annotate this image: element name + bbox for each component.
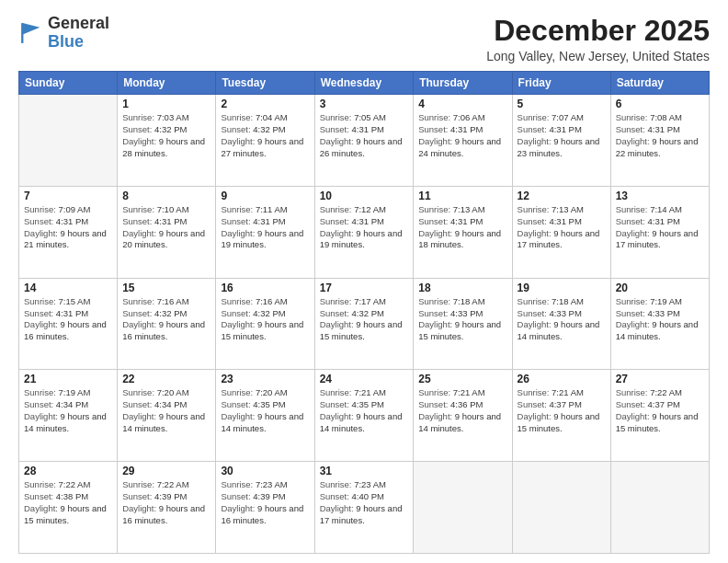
- day-number: 6: [616, 98, 704, 110]
- header-right: December 2025 Long Valley, New Jersey, U…: [486, 15, 710, 63]
- day-info: Sunrise: 7:12 AMSunset: 4:31 PMDaylight:…: [320, 204, 409, 251]
- day-info: Sunrise: 7:04 AMSunset: 4:32 PMDaylight:…: [221, 112, 309, 159]
- calendar-header-thursday: Thursday: [414, 72, 512, 95]
- logo-general-text: General: [48, 15, 109, 33]
- logo-blue-text: Blue: [48, 33, 109, 52]
- day-number: 29: [122, 465, 210, 477]
- calendar-cell: 8Sunrise: 7:10 AMSunset: 4:31 PMDaylight…: [118, 186, 216, 278]
- day-number: 10: [320, 190, 409, 202]
- calendar-header-friday: Friday: [512, 72, 610, 95]
- day-number: 31: [320, 465, 409, 477]
- day-info: Sunrise: 7:03 AMSunset: 4:32 PMDaylight:…: [122, 112, 210, 159]
- calendar-cell: 9Sunrise: 7:11 AMSunset: 4:31 PMDaylight…: [216, 186, 314, 278]
- day-info: Sunrise: 7:05 AMSunset: 4:31 PMDaylight:…: [320, 112, 409, 159]
- calendar-cell: 6Sunrise: 7:08 AMSunset: 4:31 PMDaylight…: [610, 95, 709, 187]
- svg-marker-1: [23, 23, 40, 34]
- day-info: Sunrise: 7:23 AMSunset: 4:39 PMDaylight:…: [221, 479, 309, 526]
- calendar-week-3: 14Sunrise: 7:15 AMSunset: 4:31 PMDayligh…: [19, 278, 710, 370]
- calendar-cell: 10Sunrise: 7:12 AMSunset: 4:31 PMDayligh…: [314, 186, 414, 278]
- day-info: Sunrise: 7:21 AMSunset: 4:37 PMDaylight:…: [518, 387, 606, 434]
- calendar-cell: 26Sunrise: 7:21 AMSunset: 4:37 PMDayligh…: [512, 370, 610, 462]
- day-number: 27: [616, 373, 704, 385]
- calendar-cell: 12Sunrise: 7:13 AMSunset: 4:31 PMDayligh…: [512, 186, 610, 278]
- day-number: 3: [320, 98, 409, 110]
- day-number: 9: [221, 190, 309, 202]
- day-number: 21: [24, 373, 112, 385]
- calendar-cell: 4Sunrise: 7:06 AMSunset: 4:31 PMDaylight…: [414, 95, 512, 187]
- calendar-cell: 22Sunrise: 7:20 AMSunset: 4:34 PMDayligh…: [118, 370, 216, 462]
- day-info: Sunrise: 7:22 AMSunset: 4:37 PMDaylight:…: [616, 387, 704, 434]
- day-number: 18: [418, 282, 506, 294]
- day-number: 13: [616, 190, 704, 202]
- calendar-cell: 1Sunrise: 7:03 AMSunset: 4:32 PMDaylight…: [118, 95, 216, 187]
- day-info: Sunrise: 7:22 AMSunset: 4:38 PMDaylight:…: [24, 479, 112, 526]
- day-number: 22: [122, 373, 210, 385]
- day-number: 2: [221, 98, 309, 110]
- logo: General Blue: [18, 15, 109, 52]
- header: General Blue December 2025 Long Valley, …: [18, 15, 710, 63]
- day-number: 7: [24, 190, 112, 202]
- day-number: 24: [320, 373, 409, 385]
- day-number: 8: [122, 190, 210, 202]
- calendar-week-2: 7Sunrise: 7:09 AMSunset: 4:31 PMDaylight…: [19, 186, 710, 278]
- day-info: Sunrise: 7:21 AMSunset: 4:36 PMDaylight:…: [418, 387, 506, 434]
- calendar-cell: [414, 462, 512, 554]
- day-info: Sunrise: 7:21 AMSunset: 4:35 PMDaylight:…: [320, 387, 409, 434]
- day-info: Sunrise: 7:19 AMSunset: 4:34 PMDaylight:…: [24, 387, 112, 434]
- calendar-cell: [512, 462, 610, 554]
- calendar-cell: 31Sunrise: 7:23 AMSunset: 4:40 PMDayligh…: [314, 462, 414, 554]
- calendar-cell: 29Sunrise: 7:22 AMSunset: 4:39 PMDayligh…: [118, 462, 216, 554]
- day-info: Sunrise: 7:14 AMSunset: 4:31 PMDaylight:…: [616, 204, 704, 251]
- day-number: 4: [418, 98, 506, 110]
- day-number: 30: [221, 465, 309, 477]
- day-number: 14: [24, 282, 112, 294]
- day-info: Sunrise: 7:09 AMSunset: 4:31 PMDaylight:…: [24, 204, 112, 251]
- calendar-cell: 24Sunrise: 7:21 AMSunset: 4:35 PMDayligh…: [314, 370, 414, 462]
- logo-text: General Blue: [48, 15, 109, 52]
- calendar-cell: 28Sunrise: 7:22 AMSunset: 4:38 PMDayligh…: [19, 462, 118, 554]
- calendar-cell: 7Sunrise: 7:09 AMSunset: 4:31 PMDaylight…: [19, 186, 118, 278]
- day-info: Sunrise: 7:18 AMSunset: 4:33 PMDaylight:…: [518, 296, 606, 343]
- day-number: 11: [418, 190, 506, 202]
- day-info: Sunrise: 7:20 AMSunset: 4:34 PMDaylight:…: [122, 387, 210, 434]
- day-info: Sunrise: 7:16 AMSunset: 4:32 PMDaylight:…: [122, 296, 210, 343]
- calendar-cell: 25Sunrise: 7:21 AMSunset: 4:36 PMDayligh…: [414, 370, 512, 462]
- day-info: Sunrise: 7:17 AMSunset: 4:32 PMDaylight:…: [320, 296, 409, 343]
- calendar-cell: 21Sunrise: 7:19 AMSunset: 4:34 PMDayligh…: [19, 370, 118, 462]
- day-info: Sunrise: 7:07 AMSunset: 4:31 PMDaylight:…: [518, 112, 606, 159]
- day-info: Sunrise: 7:15 AMSunset: 4:31 PMDaylight:…: [24, 296, 112, 343]
- calendar-week-1: 1Sunrise: 7:03 AMSunset: 4:32 PMDaylight…: [19, 95, 710, 187]
- calendar-cell: 20Sunrise: 7:19 AMSunset: 4:33 PMDayligh…: [610, 278, 709, 370]
- day-info: Sunrise: 7:22 AMSunset: 4:39 PMDaylight:…: [122, 479, 210, 526]
- calendar-cell: 19Sunrise: 7:18 AMSunset: 4:33 PMDayligh…: [512, 278, 610, 370]
- calendar-header-wednesday: Wednesday: [314, 72, 414, 95]
- calendar-header-saturday: Saturday: [610, 72, 709, 95]
- day-number: 20: [616, 282, 704, 294]
- day-number: 26: [518, 373, 606, 385]
- calendar-cell: 14Sunrise: 7:15 AMSunset: 4:31 PMDayligh…: [19, 278, 118, 370]
- svg-rect-2: [21, 23, 23, 43]
- day-number: 17: [320, 282, 409, 294]
- calendar-cell: [19, 95, 118, 187]
- day-info: Sunrise: 7:13 AMSunset: 4:31 PMDaylight:…: [518, 204, 606, 251]
- calendar-cell: 5Sunrise: 7:07 AMSunset: 4:31 PMDaylight…: [512, 95, 610, 187]
- calendar-cell: 23Sunrise: 7:20 AMSunset: 4:35 PMDayligh…: [216, 370, 314, 462]
- calendar-cell: 27Sunrise: 7:22 AMSunset: 4:37 PMDayligh…: [610, 370, 709, 462]
- page-subtitle: Long Valley, New Jersey, United States: [486, 49, 710, 63]
- calendar-cell: 3Sunrise: 7:05 AMSunset: 4:31 PMDaylight…: [314, 95, 414, 187]
- calendar-week-4: 21Sunrise: 7:19 AMSunset: 4:34 PMDayligh…: [19, 370, 710, 462]
- day-info: Sunrise: 7:18 AMSunset: 4:33 PMDaylight:…: [418, 296, 506, 343]
- calendar-cell: 15Sunrise: 7:16 AMSunset: 4:32 PMDayligh…: [118, 278, 216, 370]
- day-info: Sunrise: 7:16 AMSunset: 4:32 PMDaylight:…: [221, 296, 309, 343]
- calendar-cell: 18Sunrise: 7:18 AMSunset: 4:33 PMDayligh…: [414, 278, 512, 370]
- calendar-header-monday: Monday: [118, 72, 216, 95]
- day-info: Sunrise: 7:13 AMSunset: 4:31 PMDaylight:…: [418, 204, 506, 251]
- calendar-cell: 17Sunrise: 7:17 AMSunset: 4:32 PMDayligh…: [314, 278, 414, 370]
- day-number: 15: [122, 282, 210, 294]
- page-title: December 2025: [486, 15, 710, 47]
- day-number: 1: [122, 98, 210, 110]
- day-info: Sunrise: 7:08 AMSunset: 4:31 PMDaylight:…: [616, 112, 704, 159]
- calendar-header-row: SundayMondayTuesdayWednesdayThursdayFrid…: [19, 72, 710, 95]
- calendar-cell: 16Sunrise: 7:16 AMSunset: 4:32 PMDayligh…: [216, 278, 314, 370]
- day-info: Sunrise: 7:10 AMSunset: 4:31 PMDaylight:…: [122, 204, 210, 251]
